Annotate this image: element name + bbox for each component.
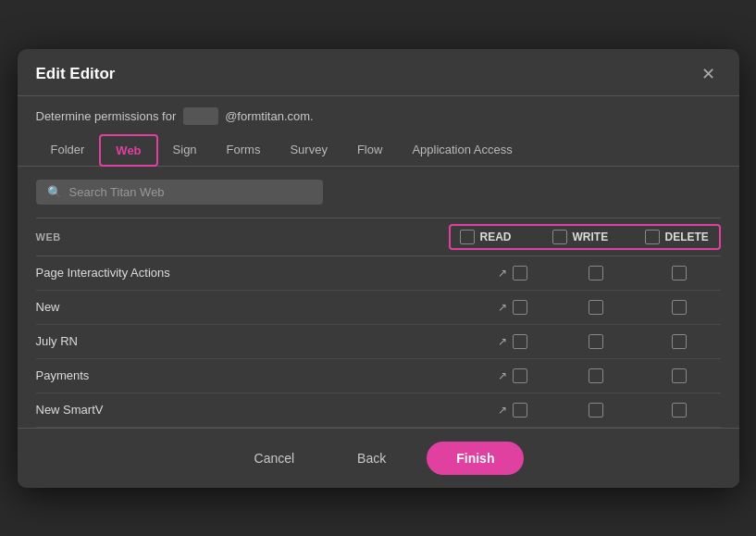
external-link-icon[interactable]: ↗ (498, 267, 507, 280)
tab-survey[interactable]: Survey (275, 135, 341, 166)
col-header-read: READ (460, 230, 525, 244)
modal-overlay: Edit Editor ✕ Determine permissions for … (0, 0, 756, 536)
external-link-icon[interactable]: ↗ (498, 301, 507, 314)
tabs-bar: Folder Web Sign Forms Survey Flow Applic… (18, 134, 739, 167)
row-checkboxes: ↗ (471, 368, 721, 383)
table-row: New ↗ (36, 291, 721, 325)
email-placeholder (183, 107, 218, 125)
table-row: Payments ↗ (36, 359, 721, 393)
tab-web[interactable]: Web (99, 134, 157, 167)
row-label: July RN (36, 334, 471, 348)
table-row: July RN ↗ (36, 325, 721, 359)
search-icon: 🔍 (47, 185, 62, 199)
write-cell (554, 334, 638, 349)
read-cell: ↗ (471, 300, 554, 315)
row-checkboxes: ↗ (471, 334, 721, 349)
table-row: Page Interactivity Actions ↗ (36, 256, 721, 291)
header-write-checkbox[interactable] (552, 230, 567, 244)
tab-flow[interactable]: Flow (342, 135, 397, 166)
section-label: WEB (36, 231, 449, 243)
row-read-checkbox[interactable] (513, 266, 527, 280)
row-delete-checkbox[interactable] (672, 334, 687, 349)
header-read-checkbox[interactable] (460, 230, 475, 244)
row-read-checkbox[interactable] (513, 334, 527, 349)
cancel-button[interactable]: Cancel (232, 443, 317, 473)
row-checkboxes: ↗ (471, 403, 721, 418)
read-cell: ↗ (471, 403, 554, 418)
external-link-icon[interactable]: ↗ (498, 404, 507, 417)
row-delete-checkbox[interactable] (672, 300, 687, 315)
search-input[interactable] (69, 185, 312, 199)
write-cell (554, 300, 638, 315)
subheader-suffix: @formtitan.com. (225, 109, 314, 123)
edit-editor-modal: Edit Editor ✕ Determine permissions for … (18, 49, 739, 488)
delete-cell (638, 266, 721, 280)
delete-cell (638, 334, 721, 349)
delete-cell (638, 300, 721, 315)
subheader-prefix: Determine permissions for (36, 109, 177, 123)
read-cell: ↗ (471, 266, 554, 280)
table-row: New SmartV ↗ (36, 393, 721, 428)
modal-footer: Cancel Back Finish (18, 428, 739, 488)
col-label-delete: DELETE (665, 231, 709, 243)
tab-sign[interactable]: Sign (158, 135, 212, 166)
row-checkboxes: ↗ (471, 300, 721, 315)
col-header-delete: DELETE (645, 230, 710, 244)
row-write-checkbox[interactable] (589, 334, 603, 349)
subheader: Determine permissions for @formtitan.com… (18, 96, 739, 125)
modal-header: Edit Editor ✕ (18, 49, 739, 96)
header-checkboxes: READ WRITE DELETE (449, 224, 721, 250)
delete-cell (638, 403, 721, 418)
write-cell (554, 368, 638, 383)
back-button[interactable]: Back (335, 443, 408, 473)
col-header-write: WRITE (552, 230, 617, 244)
finish-button[interactable]: Finish (427, 442, 524, 475)
read-cell: ↗ (471, 368, 554, 383)
row-read-checkbox[interactable] (513, 368, 527, 383)
search-box: 🔍 (36, 180, 323, 205)
row-label: Payments (36, 368, 471, 382)
modal-body: 🔍 WEB READ WRITE (18, 167, 739, 428)
header-delete-checkbox[interactable] (645, 230, 660, 244)
close-button[interactable]: ✕ (696, 64, 721, 84)
tab-folder[interactable]: Folder (36, 135, 100, 166)
row-write-checkbox[interactable] (589, 368, 603, 383)
modal-title: Edit Editor (36, 65, 116, 83)
row-write-checkbox[interactable] (589, 300, 603, 315)
row-write-checkbox[interactable] (589, 403, 603, 418)
col-label-write: WRITE (573, 231, 609, 243)
tab-forms[interactable]: Forms (212, 135, 276, 166)
delete-cell (638, 368, 721, 383)
row-label: New SmartV (36, 403, 471, 417)
read-cell: ↗ (471, 334, 554, 349)
row-delete-checkbox[interactable] (672, 403, 687, 418)
tab-application-access[interactable]: Application Access (397, 135, 527, 166)
external-link-icon[interactable]: ↗ (498, 335, 507, 348)
row-delete-checkbox[interactable] (672, 266, 687, 280)
row-read-checkbox[interactable] (513, 300, 527, 315)
row-label: New (36, 300, 471, 314)
external-link-icon[interactable]: ↗ (498, 369, 507, 382)
table-header-row: WEB READ WRITE DELETE (36, 218, 721, 256)
write-cell (554, 266, 638, 280)
permissions-table: WEB READ WRITE DELETE (36, 218, 721, 428)
write-cell (554, 403, 638, 418)
col-label-read: READ (480, 231, 512, 243)
row-read-checkbox[interactable] (513, 403, 527, 418)
row-checkboxes: ↗ (471, 266, 721, 280)
row-label: Page Interactivity Actions (36, 266, 471, 280)
row-write-checkbox[interactable] (589, 266, 603, 280)
row-delete-checkbox[interactable] (672, 368, 687, 383)
